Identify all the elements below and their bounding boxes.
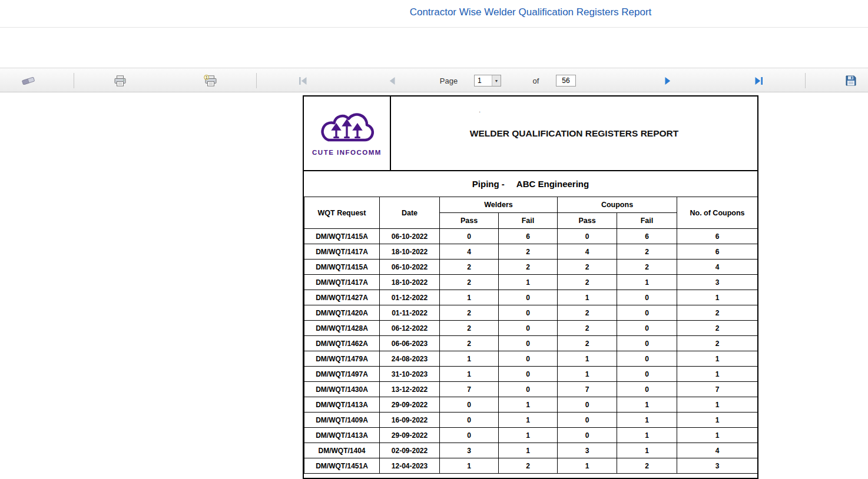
cell-coupons-fail: 2 xyxy=(617,458,677,474)
report-table-head: WQT Request Date Welders Coupons No. of … xyxy=(304,197,758,229)
chevron-down-icon: ▼ xyxy=(492,75,501,86)
col-header-welders-pass: Pass xyxy=(440,213,499,229)
cloud-logo-icon xyxy=(313,111,381,148)
header-mark: . xyxy=(479,107,481,114)
cell-date: 12-04-2023 xyxy=(380,458,440,474)
save-icon[interactable] xyxy=(844,68,858,93)
cell-date: 29-09-2022 xyxy=(380,397,440,413)
cell-coupons-fail: 6 xyxy=(617,229,677,244)
cell-coupons-pass: 2 xyxy=(558,305,617,321)
last-page-icon[interactable] xyxy=(753,68,764,93)
cell-coupons-fail: 1 xyxy=(617,275,677,290)
cell-coupons-pass: 2 xyxy=(558,260,617,275)
cell-coupons-pass: 1 xyxy=(558,458,617,474)
title-row: Contractor Wise Welder Qualification Reg… xyxy=(0,0,868,28)
cell-welders-fail: 0 xyxy=(499,336,558,351)
table-row: DM/WQT/1420A01-11-202220202 xyxy=(304,305,758,321)
cell-welders-fail: 2 xyxy=(499,458,558,474)
cell-welders-pass: 0 xyxy=(440,413,499,428)
table-row: DM/WQT/1413A29-09-202201011 xyxy=(304,397,758,413)
table-row: DM/WQT/1462A06-06-202320202 xyxy=(304,336,758,351)
cell-no-of-coupons: 1 xyxy=(677,351,758,367)
cell-no-of-coupons: 3 xyxy=(677,458,758,474)
cell-welders-pass: 7 xyxy=(440,382,499,397)
current-page-select[interactable]: 1 ▼ xyxy=(474,75,501,87)
table-row: DM/WQT/1497A31-10-202310101 xyxy=(304,367,758,382)
cell-wqt-request: DM/WQT/1430A xyxy=(304,382,380,397)
cell-no-of-coupons: 1 xyxy=(677,413,758,428)
cell-coupons-pass: 0 xyxy=(558,428,617,443)
group-header-welders: Welders xyxy=(440,197,558,213)
cell-welders-fail: 1 xyxy=(499,413,558,428)
col-header-wqt-request: WQT Request xyxy=(304,197,380,229)
subtitle-discipline: Piping - xyxy=(472,179,505,189)
cell-date: 16-09-2022 xyxy=(380,413,440,428)
cell-welders-fail: 1 xyxy=(499,443,558,458)
clear-icon[interactable] xyxy=(21,68,36,93)
cell-welders-pass: 2 xyxy=(440,321,499,336)
cell-coupons-pass: 1 xyxy=(558,367,617,382)
cell-coupons-fail: 0 xyxy=(617,367,677,382)
cell-wqt-request: DM/WQT/1404 xyxy=(304,443,380,458)
cell-date: 18-10-2022 xyxy=(380,275,440,290)
first-page-icon[interactable] xyxy=(297,68,308,93)
cell-welders-fail: 1 xyxy=(499,397,558,413)
cell-welders-fail: 2 xyxy=(499,244,558,260)
cell-coupons-fail: 0 xyxy=(617,351,677,367)
group-header-coupons: Coupons xyxy=(558,197,677,213)
cell-wqt-request: DM/WQT/1415A xyxy=(304,229,380,244)
cell-welders-fail: 1 xyxy=(499,275,558,290)
cell-coupons-fail: 1 xyxy=(617,443,677,458)
current-page-value: 1 xyxy=(475,76,482,85)
table-row: DM/WQT/1451A12-04-202312123 xyxy=(304,458,758,474)
print-current-page-icon[interactable]: 1 xyxy=(203,68,218,93)
cell-welders-fail: 0 xyxy=(499,367,558,382)
of-label: of xyxy=(530,68,542,93)
cell-date: 01-11-2022 xyxy=(380,305,440,321)
cell-coupons-fail: 0 xyxy=(617,336,677,351)
cell-no-of-coupons: 2 xyxy=(677,321,758,336)
report-header: CUTE INFOCOMM . WELDER QUALIFICATION REG… xyxy=(304,97,757,171)
previous-page-icon[interactable] xyxy=(387,68,397,93)
cell-welders-pass: 0 xyxy=(440,397,499,413)
cell-welders-pass: 2 xyxy=(440,305,499,321)
cell-coupons-pass: 1 xyxy=(558,290,617,305)
cell-no-of-coupons: 1 xyxy=(677,428,758,443)
cell-coupons-pass: 0 xyxy=(558,413,617,428)
cell-date: 01-12-2022 xyxy=(380,290,440,305)
cell-welders-fail: 0 xyxy=(499,305,558,321)
cell-coupons-fail: 0 xyxy=(617,305,677,321)
report-viewer: CUTE INFOCOMM . WELDER QUALIFICATION REG… xyxy=(303,95,758,479)
col-header-date: Date xyxy=(380,197,440,229)
cell-date: 24-08-2023 xyxy=(380,351,440,367)
company-name: CUTE INFOCOMM xyxy=(312,149,382,156)
cell-welders-pass: 1 xyxy=(440,290,499,305)
cell-no-of-coupons: 4 xyxy=(677,260,758,275)
cell-wqt-request: DM/WQT/1417A xyxy=(304,244,380,260)
cell-date: 06-10-2022 xyxy=(380,229,440,244)
cell-coupons-fail: 1 xyxy=(617,397,677,413)
cell-coupons-fail: 2 xyxy=(617,260,677,275)
cell-wqt-request: DM/WQT/1415A xyxy=(304,260,380,275)
cell-coupons-pass: 0 xyxy=(558,397,617,413)
table-row: DM/WQT/1417A18-10-202221213 xyxy=(304,275,758,290)
cell-date: 06-12-2022 xyxy=(380,321,440,336)
cell-date: 06-06-2023 xyxy=(380,336,440,351)
cell-wqt-request: DM/WQT/1413A xyxy=(304,428,380,443)
cell-welders-pass: 3 xyxy=(440,443,499,458)
cell-no-of-coupons: 2 xyxy=(677,305,758,321)
cell-coupons-fail: 2 xyxy=(617,244,677,260)
col-header-no-of-coupons: No. of Coupons xyxy=(677,197,758,229)
cell-welders-pass: 2 xyxy=(440,275,499,290)
cell-no-of-coupons: 3 xyxy=(677,275,758,290)
toolbar-divider xyxy=(256,73,257,88)
toolbar-divider xyxy=(805,73,806,88)
total-pages-field[interactable] xyxy=(556,75,576,87)
print-icon[interactable] xyxy=(113,68,127,93)
col-header-coupons-pass: Pass xyxy=(558,213,617,229)
cell-coupons-fail: 1 xyxy=(617,413,677,428)
next-page-icon[interactable] xyxy=(662,68,673,93)
table-row: DM/WQT/1417A18-10-202242426 xyxy=(304,244,758,260)
table-row: DM/WQT/1415A06-10-202222224 xyxy=(304,260,758,275)
table-row: DM/WQT/1427A01-12-202210101 xyxy=(304,290,758,305)
